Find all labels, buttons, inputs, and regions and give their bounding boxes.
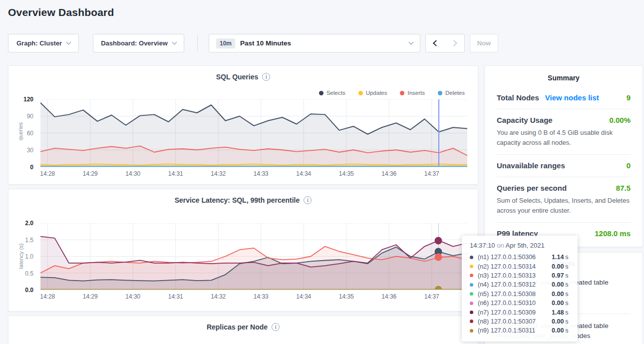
series-color-dot xyxy=(470,292,473,296)
tooltip-row-value: 0.97 xyxy=(552,272,564,279)
legend-item-deletes[interactable]: Deletes xyxy=(438,90,465,96)
x-tick-label: 14:29 xyxy=(75,170,105,177)
legend-item-updates[interactable]: Updates xyxy=(358,90,387,96)
tooltip-row-unit: s xyxy=(565,291,568,298)
x-tick-label: 14:34 xyxy=(289,293,319,300)
legend-label: Inserts xyxy=(407,90,425,96)
replicas-per-node-title: Replicas per Node i xyxy=(8,323,478,331)
tooltip-row-unit: s xyxy=(565,281,568,288)
summary-row-head: Total NodesView nodes list9 xyxy=(497,93,631,102)
time-prev-button[interactable] xyxy=(425,34,445,52)
legend-dot xyxy=(438,91,442,95)
chevron-left-icon xyxy=(433,40,439,46)
tooltip-timestamp: 14:37:10 on Apr 5th, 2021 xyxy=(470,242,571,249)
view-nodes-list-link[interactable]: View nodes list xyxy=(545,93,599,102)
tooltip-row: (n6) 127.0.0.1:503100.00s xyxy=(470,299,571,308)
x-tick-label: 14:37 xyxy=(417,170,447,177)
x-axis-ticks: 14:2814:2914:3014:3114:3214:3314:3414:35… xyxy=(40,293,467,301)
y-tick-label: 0.0 xyxy=(25,287,33,294)
summary-value: 1208.0 ms xyxy=(595,229,631,238)
y-tick-label: 0.5 xyxy=(25,270,33,277)
x-tick-label: 14:30 xyxy=(118,293,148,300)
legend-item-inserts[interactable]: Inserts xyxy=(400,90,425,96)
tooltip-row: (n8) 127.0.0.1:503070.00s xyxy=(470,317,571,326)
time-next-button[interactable] xyxy=(445,34,465,52)
tooltip-row-value: 0.00 xyxy=(552,281,564,288)
legend-dot xyxy=(319,91,323,95)
x-tick-label: 14:33 xyxy=(246,170,276,177)
summary-description: Sum of Selects, Updates, Inserts, and De… xyxy=(497,196,631,215)
tooltip-row-label: (n3) 127.0.0.1:50313 xyxy=(478,272,552,279)
page-title: Overview Dashboard xyxy=(8,6,114,18)
hover-point-dot xyxy=(434,254,442,261)
chart-plot-area[interactable] xyxy=(40,223,467,290)
dashboard-dropdown-label: Dashboard: Overview xyxy=(101,39,168,47)
y-tick-label: 1.0 xyxy=(25,253,33,260)
overview-dashboard-screen: Overview Dashboard Graph: Cluster Dashbo… xyxy=(0,0,644,344)
summary-label: Capacity Usage xyxy=(497,116,553,124)
tooltip-row: (n3) 127.0.0.1:503130.97s xyxy=(470,271,571,280)
x-tick-label: 14:36 xyxy=(374,170,404,177)
tooltip-row-unit: s xyxy=(565,327,568,334)
x-tick-label: 14:35 xyxy=(331,170,361,177)
chart-title-text: Service Latency: SQL, 99th percentile xyxy=(175,196,300,204)
legend-label: Selects xyxy=(326,90,345,96)
series-color-dot xyxy=(470,320,473,323)
tooltip-time: 14:37:10 xyxy=(470,242,495,249)
x-tick-label: 14:34 xyxy=(289,170,319,177)
service-latency-card: Service Latency: SQL, 99th percentile i … xyxy=(8,189,478,312)
tooltip-row: (n4) 127.0.0.1:503120.00s xyxy=(470,280,571,289)
hover-point-dot xyxy=(434,237,442,244)
tooltip-row-unit: s xyxy=(565,272,568,279)
x-tick-label: 14:32 xyxy=(203,170,233,177)
tooltip-row-unit: s xyxy=(565,309,568,316)
x-tick-label: 14:28 xyxy=(32,293,62,300)
y-axis-ticks: 0.00.51.01.52.0 xyxy=(8,223,37,290)
tooltip-row-label: (n5) 127.0.0.1:50308 xyxy=(478,291,552,298)
tooltip-row-value: 0.00 xyxy=(552,263,564,270)
tooltip-row: (n2) 127.0.0.1:503140.00s xyxy=(470,262,571,271)
tooltip-row-label: (n4) 127.0.0.1:50312 xyxy=(478,281,552,288)
chart-plot-area[interactable] xyxy=(40,99,467,167)
chart-canvas xyxy=(40,99,467,167)
x-tick-label: 14:30 xyxy=(118,170,148,177)
series-color-dot xyxy=(470,274,473,277)
now-button[interactable]: Now xyxy=(470,34,498,52)
time-range-selector[interactable]: 10m Past 10 Minutes xyxy=(209,34,420,52)
y-tick-label: 0 xyxy=(30,164,33,171)
summary-label: Unavailable ranges xyxy=(497,161,565,170)
tooltip-row-label: (n2) 127.0.0.1:50314 xyxy=(478,263,552,270)
summary-label: Total Nodes xyxy=(497,93,539,102)
x-tick-label: 14:29 xyxy=(75,293,105,300)
tooltip-row-value: 1.14 xyxy=(552,254,564,261)
chevron-right-icon xyxy=(451,40,457,46)
chart-title-text: SQL Queries xyxy=(216,73,259,81)
legend-item-selects[interactable]: Selects xyxy=(319,90,345,96)
sql-queries-card: SQL Queries i SelectsUpdatesInsertsDelet… xyxy=(8,65,478,185)
info-icon[interactable]: i xyxy=(262,73,270,81)
tooltip-row-value: 0.00 xyxy=(552,327,564,334)
x-tick-label: 14:31 xyxy=(161,170,191,177)
chevron-down-icon xyxy=(172,40,177,45)
chart-canvas xyxy=(40,223,467,290)
summary-row-head: Queries per second87.5 xyxy=(497,184,631,192)
info-icon[interactable]: i xyxy=(304,196,312,204)
tooltip-row: (n1) 127.0.0.1:503061.14s xyxy=(470,253,571,262)
summary-row-unavailable-ranges: Unavailable ranges0 xyxy=(497,154,631,177)
tooltip-row-unit: s xyxy=(565,300,568,307)
toolbar-divider xyxy=(197,35,198,51)
summary-value: 9 xyxy=(627,93,631,102)
dashboard-dropdown[interactable]: Dashboard: Overview xyxy=(93,34,184,52)
tooltip-rows: (n1) 127.0.0.1:503061.14s(n2) 127.0.0.1:… xyxy=(470,253,571,336)
graph-dropdown[interactable]: Graph: Cluster xyxy=(8,34,79,52)
summary-row-total-nodes: Total NodesView nodes list9 xyxy=(497,87,631,109)
time-range-label: Past 10 Minutes xyxy=(240,39,291,47)
y-tick-label: 90 xyxy=(27,113,33,120)
tooltip-row-unit: s xyxy=(565,254,568,261)
x-tick-label: 14:35 xyxy=(331,293,361,300)
service-latency-title: Service Latency: SQL, 99th percentile i xyxy=(8,196,478,204)
info-icon[interactable]: i xyxy=(272,323,280,331)
y-tick-label: 120 xyxy=(23,96,33,103)
y-tick-label: 30 xyxy=(27,147,33,154)
series-color-dot xyxy=(470,311,473,314)
